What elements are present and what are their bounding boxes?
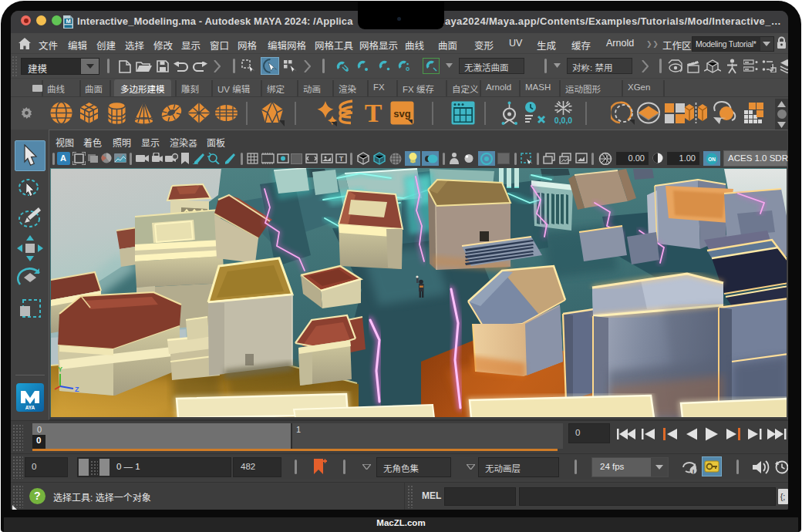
svg-text:i: i [692, 468, 694, 475]
svg-text:M: M [66, 18, 70, 25]
svg-text:{;: {; [780, 492, 786, 501]
svg-text:Z: Z [75, 386, 79, 393]
svg-text:Y: Y [58, 365, 62, 373]
svg-text:0,0,0: 0,0,0 [554, 116, 573, 125]
svg-text:T: T [339, 155, 344, 163]
svg-text:AYA: AYA [25, 405, 35, 410]
svg-text:ON: ON [708, 157, 716, 162]
svg-text:T: T [365, 99, 382, 126]
svg-text:svg: svg [393, 108, 410, 120]
